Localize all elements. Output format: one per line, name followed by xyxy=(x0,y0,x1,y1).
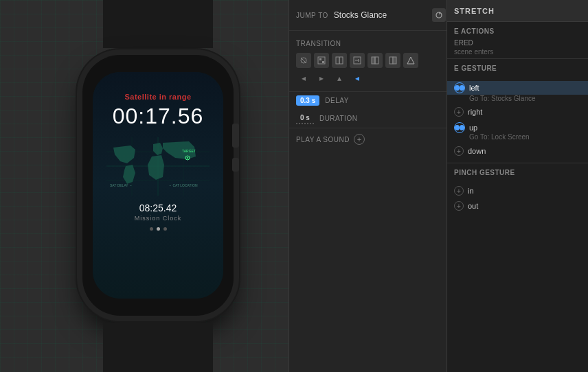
transition-row: TRANSITION ◂ xyxy=(289,31,453,92)
stretch-label: STRETCH xyxy=(454,7,495,15)
gesture-item-in[interactable]: + in xyxy=(454,183,581,198)
svg-rect-22 xyxy=(389,57,393,64)
gesture-left-sub: Go To: Stocks Glance xyxy=(469,95,581,102)
dot-1 xyxy=(150,227,153,231)
duration-row: 0 s duration xyxy=(289,109,453,128)
svg-rect-21 xyxy=(375,57,378,64)
gesture-item-out[interactable]: + out xyxy=(454,198,581,213)
gesture-section: left Go To: Stocks Glance + right up Go … xyxy=(447,75,588,163)
gesture-left-circle[interactable] xyxy=(454,82,465,93)
transition-icons xyxy=(296,53,446,68)
gesture-up-sub: Go To: Lock Screen xyxy=(469,133,581,141)
svg-rect-15 xyxy=(319,58,321,60)
jump-to-row: JUMP TO Stocks Glance xyxy=(289,0,453,31)
mission-label: Mission Clock xyxy=(135,215,182,222)
watch-button xyxy=(232,158,239,172)
play-sound-add[interactable]: + xyxy=(354,134,365,145)
gesture-in-label: in xyxy=(468,187,474,195)
svg-point-7 xyxy=(187,157,188,159)
gesture-item-down[interactable]: + down xyxy=(454,143,581,159)
svg-rect-23 xyxy=(393,57,396,64)
gesture-out-label: out xyxy=(468,202,478,210)
gesture-in-row: + in xyxy=(454,186,581,196)
pinch-header: PINCH GESTURE xyxy=(447,163,588,179)
trans-icon-custom[interactable] xyxy=(403,53,418,68)
gesture-up-circle[interactable] xyxy=(454,122,465,133)
delay-label: delay xyxy=(325,97,349,104)
gesture-right-label: right xyxy=(468,108,482,116)
jump-to-label: JUMP TO xyxy=(296,12,328,19)
dot-3 xyxy=(163,227,167,231)
gesture-item-left[interactable]: left Go To: Stocks Glance xyxy=(454,79,581,104)
gesture-down-circle[interactable]: + xyxy=(454,146,464,156)
scene-enters: scene enters xyxy=(454,48,581,56)
gesture-right-row: + right xyxy=(454,107,581,117)
watch-container: Satellite in range 00:17.56 xyxy=(69,34,247,336)
trans-icon-none[interactable] xyxy=(296,53,311,68)
svg-rect-16 xyxy=(322,61,324,63)
middle-panel: JUMP TO Stocks Glance TRANSITION xyxy=(289,0,453,372)
satellite-text: Satellite in range xyxy=(124,93,191,101)
svg-rect-20 xyxy=(372,57,375,64)
play-sound-label: PLAY A SOUND xyxy=(296,136,350,143)
watch-band-top xyxy=(103,0,213,48)
gesture-item-up[interactable]: up Go To: Lock Screen xyxy=(454,119,581,143)
gesture-left-label: left xyxy=(469,84,479,92)
arrow-icons: ◂ ▸ ▴ ◂ xyxy=(296,71,446,86)
gesture-up-row: up xyxy=(454,122,581,133)
gesture-left-row: left xyxy=(447,81,588,95)
time-display: 00:17.56 xyxy=(113,104,204,129)
trans-icon-dissolve[interactable] xyxy=(314,53,329,68)
gesture-out-circle[interactable]: + xyxy=(454,201,464,211)
mission-time: 08:25.42 xyxy=(139,202,177,213)
trans-icon-uncover[interactable] xyxy=(385,53,400,68)
dots-indicator xyxy=(150,227,167,231)
play-sound-row: PLAY A SOUND + xyxy=(289,128,453,150)
jump-to-value: Stocks Glance xyxy=(334,10,427,20)
delay-row: 0.3 s delay xyxy=(289,92,453,109)
watch-screen: Satellite in range 00:17.56 xyxy=(93,72,223,299)
gesture-header: E GESTURE xyxy=(447,59,588,75)
arrow-down[interactable]: ◂ xyxy=(350,71,365,86)
gesture-out-row: + out xyxy=(454,201,581,211)
right-panel: STRETCH e Actions ERED scene enters E GE… xyxy=(446,0,588,372)
watch-band-bottom xyxy=(103,323,213,372)
gesture-up-label: up xyxy=(469,124,477,132)
pinch-section: + in + out xyxy=(447,179,588,218)
duration-label: duration xyxy=(319,115,357,122)
duration-value[interactable]: 0 s xyxy=(296,113,314,124)
stretch-bar: STRETCH xyxy=(447,0,588,22)
actions-header: e Actions xyxy=(447,22,588,38)
svg-text:SAT DELAY ←: SAT DELAY ← xyxy=(110,183,133,187)
watch-crown xyxy=(232,124,239,148)
delay-value[interactable]: 0.3 s xyxy=(296,95,319,106)
arrow-right[interactable]: ▸ xyxy=(314,71,329,86)
refresh-icon-btn[interactable] xyxy=(432,8,446,22)
arrow-left[interactable]: ◂ xyxy=(296,71,311,86)
dot-2 xyxy=(157,227,160,231)
trans-icon-slide[interactable] xyxy=(332,53,347,68)
trans-icon-push[interactable] xyxy=(350,53,365,68)
world-map: SAT DELAY ← → CAT LOCATION TARGET xyxy=(106,137,210,196)
gesture-down-row: + down xyxy=(454,146,581,156)
trans-icon-reveal[interactable] xyxy=(368,53,383,68)
gesture-right-circle[interactable]: + xyxy=(454,107,464,117)
arrow-up[interactable]: ▴ xyxy=(332,71,347,86)
transition-label: TRANSITION xyxy=(296,40,341,47)
triggered-header: ERED xyxy=(454,39,581,47)
svg-text:→ CAT LOCATION: → CAT LOCATION xyxy=(168,183,198,187)
gesture-in-circle[interactable]: + xyxy=(454,186,464,196)
watch-body: Satellite in range 00:17.56 xyxy=(82,55,234,316)
gesture-down-label: down xyxy=(468,147,486,155)
svg-text:TARGET: TARGET xyxy=(182,149,196,153)
gesture-item-right[interactable]: + right xyxy=(454,104,581,119)
svg-point-11 xyxy=(436,12,442,18)
